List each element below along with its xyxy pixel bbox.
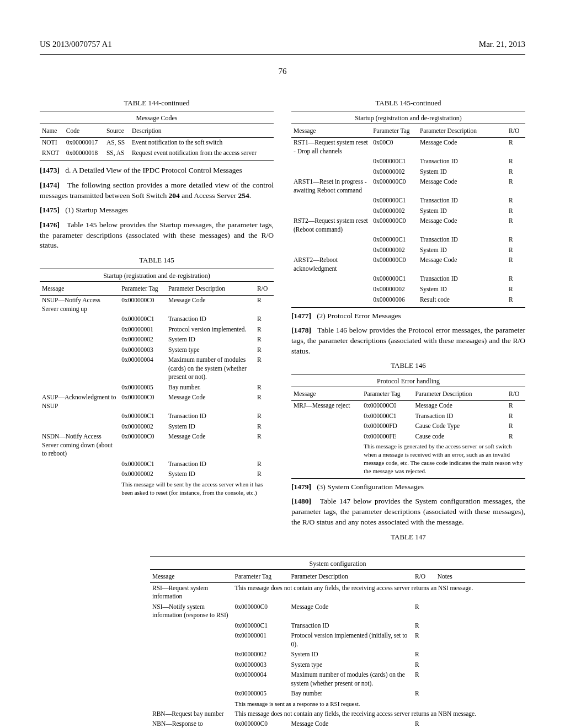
table-row: RBN—Request bay numberThis message does … xyxy=(150,709,525,719)
table-145-continued: Message Parameter Tag Parameter Descript… xyxy=(291,125,525,304)
table-146-title: TABLE 146 xyxy=(291,361,525,371)
table-row: 0x00000001Protocol version implemented (… xyxy=(150,631,525,650)
table-note: This message is sent as a response to a … xyxy=(150,699,525,709)
table-row: 0x000000C1Transaction IDR xyxy=(291,235,525,245)
table-row: NSI—Notify system information (response … xyxy=(150,602,525,620)
table-145-title: TABLE 145 xyxy=(40,255,274,265)
pub-date: Mar. 21, 2013 xyxy=(479,39,525,50)
table-row: RSI—Request system informationThis messa… xyxy=(150,583,525,602)
table-row: 0x00000002System IDR xyxy=(291,245,525,255)
table-row: 0x000000C1Transaction IDR xyxy=(291,411,525,421)
right-column: TABLE 145-continued Startup (registratio… xyxy=(291,94,525,545)
table-147-subtitle: System configuration xyxy=(150,559,525,570)
table-row: NSDN—Notify Access Server coming down (a… xyxy=(40,432,274,459)
page-number: 76 xyxy=(40,66,525,77)
table-row: 0x000000C1Transaction IDR xyxy=(291,196,525,206)
para-1478: [1478] Table 146 below provides the Prot… xyxy=(291,325,525,357)
table-note: This message will be sent by the access … xyxy=(40,479,274,497)
table-147-section: System configuration Message Parameter T… xyxy=(150,556,525,728)
table-145c-subtitle: Startup (registration and de-registratio… xyxy=(291,114,525,124)
table-note: This message is generated by the access … xyxy=(291,442,525,476)
para-1479: [1479] (3) System Configuration Messages xyxy=(291,482,525,492)
table-row: 0x000000C1Transaction IDR xyxy=(150,620,525,631)
para-1480: [1480] Table 147 below provides the Syst… xyxy=(291,496,525,528)
table-147-title: TABLE 147 xyxy=(291,532,525,542)
table-row: 0x00000003System typeR xyxy=(150,660,525,670)
pub-number: US 2013/0070757 A1 xyxy=(40,39,112,50)
table-row: 0x00000002System IDR xyxy=(150,650,525,660)
table-row: ASUP—Acknowledgment to NSUP0x000000C0Mes… xyxy=(40,393,274,411)
header-rule xyxy=(40,54,525,55)
para-1476: [1476] Table 145 below provides the Star… xyxy=(40,220,274,251)
table-147: Message Parameter Tag Parameter Descript… xyxy=(150,571,525,728)
table-row: 0x000000FECause codeR xyxy=(291,431,525,442)
table-row: 0x00000001Protocol version implemented.R xyxy=(40,324,274,335)
table-row: 0x00000002System IDR xyxy=(40,421,274,432)
table-row: RNOT0x00000018SS, ASRequest event notifi… xyxy=(40,148,274,158)
table-144-subtitle: Message Codes xyxy=(40,114,274,124)
table-row: 0x00000005Bay number.R xyxy=(40,382,274,393)
table-145c-title: TABLE 145-continued xyxy=(291,98,525,108)
table-row: 0x00000006Result codeR xyxy=(291,295,525,305)
table-row: 0x00000003System typeR xyxy=(40,345,274,355)
table-row: 0x000000C1Transaction IDR xyxy=(40,411,274,422)
table-row: 0x00000002System IDR xyxy=(291,206,525,216)
table-row: 0x000000C1Transaction IDR xyxy=(291,157,525,167)
table-row: RST2—Request system reset (Reboot comman… xyxy=(291,216,525,235)
para-1473: [1473] d. A Detailed View of the IPDC Pr… xyxy=(40,165,274,176)
table-row: 0x00000004Maximum number of modules (car… xyxy=(150,670,525,689)
table-145-subtitle: Startup (registration and de-registratio… xyxy=(40,271,274,282)
table-row: 0x00000002System IDR xyxy=(40,335,274,345)
table-row: 0x00000004Maximum number of modules (car… xyxy=(40,355,274,383)
table-row: ARST2—Reboot acknowledgment0x000000C0Mes… xyxy=(291,255,525,274)
table-row: NSUP—Notify Access Server coming up0x000… xyxy=(40,295,274,314)
table-row: 0x00000002System IDR xyxy=(291,167,525,177)
para-1474: [1474] The following section provides a … xyxy=(40,180,274,201)
table-146: Message Parameter Tag Parameter Descript… xyxy=(291,388,525,476)
table-144: Name Code Source Description NOTI0x00000… xyxy=(40,125,274,158)
table-row: 0x00000002System IDR xyxy=(291,284,525,295)
table-146-subtitle: Protocol Error handling xyxy=(291,377,525,387)
table-row: RST1—Request system reset - Drop all cha… xyxy=(291,137,525,157)
table-row: 0x00000002System IDR xyxy=(40,469,274,480)
table-row: NBN—Response to0x000000C0Message CodeR xyxy=(150,719,525,728)
table-row: ARST1—Reset in progress - awaiting Reboo… xyxy=(291,177,525,196)
table-row: 0x000000C1Transaction IDR xyxy=(40,314,274,325)
table-row: MRJ—Message reject0x000000C0Message Code… xyxy=(291,400,525,411)
table-row: 0x000000C1Transaction IDR xyxy=(40,459,274,469)
left-column: TABLE 144-continued Message Codes Name C… xyxy=(40,94,274,545)
table-row: NOTI0x00000017AS, SSEvent notification t… xyxy=(40,137,274,148)
table-144-title: TABLE 144-continued xyxy=(40,98,274,108)
table-row: 0x000000C1Transaction IDR xyxy=(291,274,525,285)
table-145: Message Parameter Tag Parameter Descript… xyxy=(40,283,274,497)
para-1477: [1477] (2) Protocol Error Messages xyxy=(291,311,525,321)
table-row: 0x00000005Bay numberR xyxy=(150,689,525,699)
para-1475: [1475] (1) Startup Messages xyxy=(40,205,274,215)
table-row: 0x000000FDCause Code TypeR xyxy=(291,421,525,432)
